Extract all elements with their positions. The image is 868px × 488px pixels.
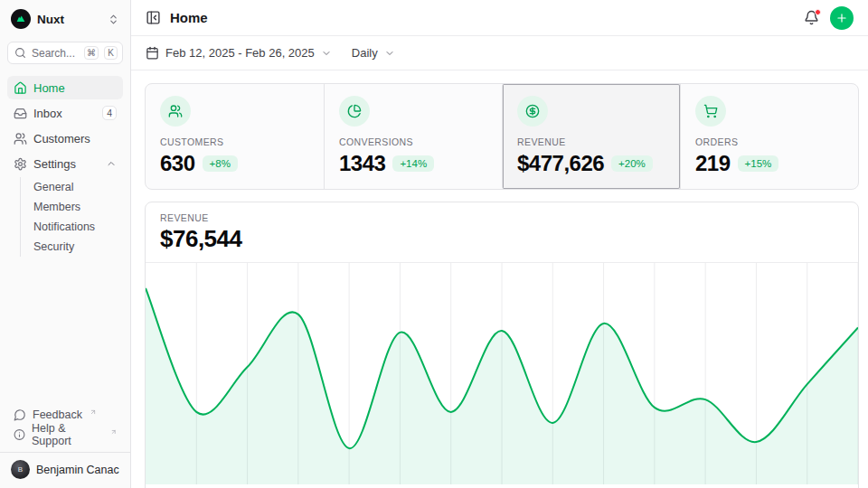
workspace-switcher[interactable]: Nuxt <box>7 6 123 32</box>
chevrons-up-down-icon <box>108 14 119 25</box>
date-range-picker[interactable]: Feb 12, 2025 - Feb 26, 2025 <box>146 46 332 60</box>
user-menu[interactable]: B Benjamin Canac <box>0 452 130 481</box>
stat-card-conversions[interactable]: CONVERSIONS 1343 +14% <box>324 84 502 189</box>
chart-pie-icon <box>339 96 370 127</box>
search-icon <box>14 47 26 59</box>
stats-row: CUSTOMERS 630 +8% CONVERSIONS 1343 +14% <box>145 83 859 190</box>
sidebar-item-label: Inbox <box>33 107 96 120</box>
search-input[interactable]: Search... ⌘ K <box>7 42 123 64</box>
external-link-icon <box>110 428 117 436</box>
chevron-down-icon <box>321 48 332 59</box>
search-placeholder: Search... <box>32 47 79 60</box>
page-title: Home <box>170 10 208 25</box>
sidebar-item-label: Settings <box>33 157 99 171</box>
sidebar-item-label: Home <box>33 81 117 95</box>
external-link-icon <box>90 408 97 416</box>
sidebar-footer-links: Feedback Help & Support <box>7 405 123 452</box>
inbox-count-badge: 4 <box>102 106 117 120</box>
sidebar-nav: Home Inbox 4 Customers Settings General … <box>7 76 123 258</box>
feedback-label: Feedback <box>33 408 82 421</box>
users-icon <box>160 96 191 127</box>
add-button[interactable] <box>830 6 854 30</box>
inbox-icon <box>14 107 27 120</box>
chevron-down-icon <box>384 48 395 59</box>
filters-toolbar: Feb 12, 2025 - Feb 26, 2025 Daily <box>131 36 868 70</box>
shopping-cart-icon <box>695 96 726 127</box>
sidebar: Nuxt Search... ⌘ K Home Inbox 4 Customer… <box>0 0 131 488</box>
page-header: Home <box>131 0 868 36</box>
user-name: Benjamin Canac <box>36 464 119 476</box>
kbd-cmd: ⌘ <box>84 46 99 60</box>
help-support-label: Help & Support <box>32 422 103 447</box>
granularity-select[interactable]: Daily <box>352 46 395 60</box>
sidebar-item-members[interactable]: Members <box>30 197 123 217</box>
notification-dot <box>815 9 821 15</box>
message-circle-icon <box>14 408 26 421</box>
header-actions <box>802 6 854 30</box>
chart-metric-label: REVENUE <box>160 212 844 223</box>
stat-value: $477,626 <box>517 151 604 176</box>
stat-value: 1343 <box>339 151 385 176</box>
panel-collapse-icon[interactable] <box>146 10 161 25</box>
chart-x-axis: 14 Feb 16 Feb 18 Feb 20 Feb 22 Feb 24 Fe… <box>146 484 858 488</box>
sidebar-item-inbox[interactable]: Inbox 4 <box>7 101 123 125</box>
revenue-chart-card: REVENUE $76,544 14 Feb 16 Feb 18 Feb 20 … <box>145 202 859 488</box>
sidebar-item-notifications[interactable]: Notifications <box>30 217 123 237</box>
kbd-k: K <box>104 46 118 60</box>
chevron-up-icon <box>106 158 117 169</box>
stat-delta-badge: +14% <box>392 155 434 172</box>
stat-delta-badge: +20% <box>611 155 653 172</box>
workspace-name: Nuxt <box>37 13 101 26</box>
main-area: Home Feb 12, 2025 - Feb 26, 2025 Daily <box>131 0 868 488</box>
stat-card-orders[interactable]: ORDERS 219 +15% <box>680 84 858 189</box>
circle-dollar-icon <box>517 96 548 127</box>
stat-label: CUSTOMERS <box>160 136 309 147</box>
stat-delta-badge: +15% <box>738 155 779 172</box>
chart-header: REVENUE $76,544 <box>146 202 858 263</box>
sidebar-item-settings[interactable]: Settings <box>7 152 123 175</box>
notifications-button[interactable] <box>802 8 821 27</box>
settings-subnav: General Members Notifications Security <box>20 177 123 257</box>
calendar-icon <box>146 46 159 60</box>
house-icon <box>14 81 27 95</box>
nuxt-logo-icon <box>11 9 31 29</box>
stat-label: CONVERSIONS <box>339 136 487 147</box>
info-icon <box>14 428 25 441</box>
sidebar-item-label: Customers <box>33 132 117 145</box>
avatar: B <box>11 460 30 479</box>
stat-label: REVENUE <box>517 136 665 147</box>
stat-value: 630 <box>160 151 195 176</box>
stat-delta-badge: +8% <box>203 155 238 172</box>
granularity-value: Daily <box>352 46 378 60</box>
stat-value: 219 <box>695 151 731 176</box>
stat-label: ORDERS <box>695 136 844 147</box>
dashboard-content: CUSTOMERS 630 +8% CONVERSIONS 1343 +14% <box>131 70 868 488</box>
help-support-link[interactable]: Help & Support <box>7 425 123 445</box>
revenue-area-chart[interactable] <box>146 263 858 484</box>
sidebar-item-home[interactable]: Home <box>7 76 123 99</box>
sidebar-item-customers[interactable]: Customers <box>7 127 123 150</box>
date-range-value: Feb 12, 2025 - Feb 26, 2025 <box>165 46 315 60</box>
sidebar-item-security[interactable]: Security <box>30 237 123 257</box>
sidebar-spacer <box>7 258 123 405</box>
gear-icon <box>14 157 27 171</box>
chart-canvas <box>146 263 858 484</box>
users-icon <box>14 132 27 145</box>
plus-icon <box>835 12 848 24</box>
stat-card-revenue[interactable]: REVENUE $477,626 +20% <box>502 84 680 189</box>
sidebar-item-general[interactable]: General <box>30 177 123 197</box>
chart-metric-value: $76,544 <box>160 225 844 253</box>
stat-card-customers[interactable]: CUSTOMERS 630 +8% <box>146 84 324 189</box>
